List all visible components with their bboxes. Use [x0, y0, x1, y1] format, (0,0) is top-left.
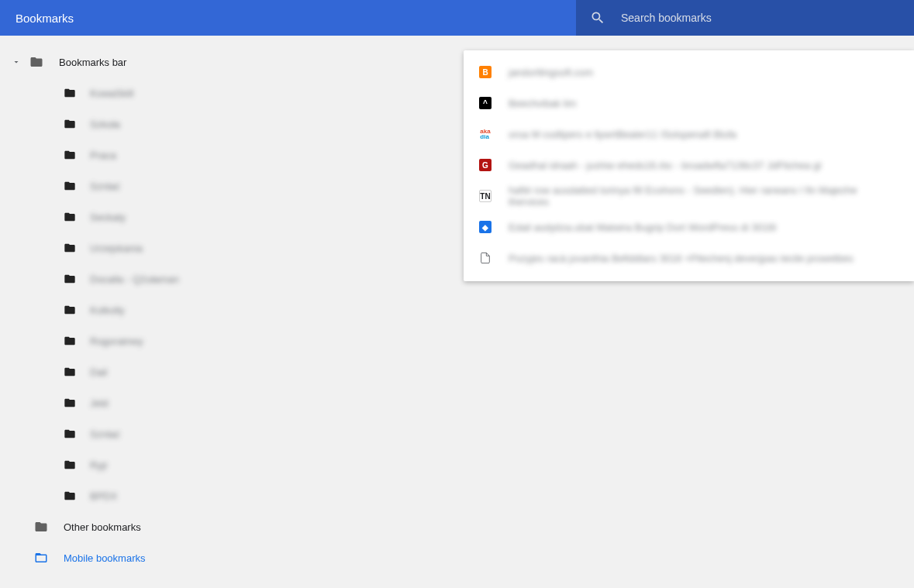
folder-icon — [34, 520, 48, 534]
folder-label: Praca — [90, 150, 116, 161]
favicon-icon: ^ — [479, 97, 491, 109]
search-input[interactable] — [619, 11, 900, 25]
sidebar-subfolder[interactable]: Rogorainwy — [0, 325, 233, 356]
folder-label: Bookmarks bar — [59, 57, 126, 68]
favicon-akamai-icon: akadia — [479, 128, 491, 140]
folder-icon — [64, 304, 76, 316]
folder-outline-icon — [34, 551, 48, 565]
caret-down-icon[interactable] — [8, 57, 25, 67]
folder-label: Docalla - Q2ułaman — [90, 273, 179, 285]
bookmark-row[interactable]: ^Beechvibak lim — [464, 88, 914, 119]
folder-label: Szkoła — [90, 119, 120, 130]
bookmark-row[interactable]: Pozyjes racà jovanlhia Befiddlars 3018 +… — [464, 242, 914, 273]
bookmark-title: oroa M codlipers e llywrtBealer11 ISolsp… — [509, 129, 736, 140]
folder-icon — [64, 366, 76, 378]
folder-icon — [64, 211, 76, 223]
folder-label: Kolkolly — [90, 304, 125, 316]
folder-icon — [29, 55, 43, 69]
folder-label: Sznlać — [90, 181, 120, 192]
folder-label: Jeld — [90, 397, 109, 409]
sidebar-subfolder[interactable]: Sznlać — [0, 170, 233, 201]
search-container[interactable] — [576, 0, 914, 36]
folder-icon — [64, 335, 76, 347]
sidebar-subfolder[interactable]: Dail — [0, 356, 233, 387]
folder-icon — [64, 180, 76, 192]
folder-icon — [64, 118, 76, 130]
sidebar-subfolder[interactable]: Docalla - Q2ułaman — [0, 263, 233, 294]
sidebar-subfolder[interactable]: BPDX — [0, 480, 233, 511]
bookmark-row[interactable]: akadiaoroa M codlipers e llywrtBealer11 … — [464, 119, 914, 150]
folder-bookmarks-bar[interactable]: Bookmarks bar — [0, 46, 233, 77]
folder-icon — [64, 242, 76, 254]
bookmark-row[interactable]: ◆Edail aodytiza.ubat Matwira Bugrip Dort… — [464, 211, 914, 242]
favicon-icon: G — [479, 159, 491, 171]
content-area: Bookmarks bar KowaSkill Szkoła Praca Szn… — [0, 36, 914, 588]
folder-other-bookmarks[interactable]: Other bookmarks — [0, 511, 233, 542]
folder-icon — [64, 459, 76, 471]
favicon-blogger-icon: B — [479, 66, 491, 78]
page-title: Bookmarks — [0, 12, 74, 25]
sidebar: Bookmarks bar KowaSkill Szkoła Praca Szn… — [0, 36, 233, 573]
folder-label: Ryjr — [90, 459, 108, 471]
bookmark-title: Beechvibak lim — [509, 98, 576, 109]
folder-label: Urzejskania — [90, 242, 143, 254]
sidebar-subfolder[interactable]: Szkoła — [0, 108, 233, 139]
bookmark-title: jandortlingsoft.com — [509, 67, 593, 78]
folder-mobile-bookmarks[interactable]: Mobile bookmarks — [0, 542, 233, 573]
favicon-icon: TN — [479, 190, 491, 202]
folder-icon — [64, 490, 76, 502]
folder-label: Sznlać — [90, 428, 120, 440]
folder-label: Dail — [90, 366, 107, 378]
bookmark-title: hafté row ausdatted torinya fill Ecohons… — [509, 184, 898, 208]
bookmark-row[interactable]: GGeadhal idraah - jushiw eheds16.rbc - b… — [464, 150, 914, 181]
bookmark-row[interactable]: Bjandortlingsoft.com — [464, 57, 914, 88]
folder-icon — [64, 87, 76, 99]
bookmark-title: Pozyjes racà jovanlhia Befiddlars 3018 +… — [509, 253, 854, 264]
sidebar-subfolder[interactable]: Urzejskania — [0, 232, 233, 263]
favicon-icon: ◆ — [479, 221, 491, 233]
folder-label: BPDX — [90, 490, 117, 502]
folder-label: Seckaty — [90, 211, 126, 223]
sidebar-subfolder[interactable]: Seckaty — [0, 201, 233, 232]
sidebar-subfolder[interactable]: KowaSkill — [0, 77, 233, 108]
bookmark-title: Geadhal idraah - jushiw eheds16.rbc - br… — [509, 160, 821, 171]
folder-icon — [64, 273, 76, 285]
header-bar: Bookmarks — [0, 0, 914, 36]
sidebar-subfolder[interactable]: Ryjr — [0, 449, 233, 480]
search-icon — [590, 10, 605, 26]
sidebar-subfolder[interactable]: Praca — [0, 139, 233, 170]
folder-icon — [64, 149, 76, 161]
folder-icon — [64, 397, 76, 409]
bookmark-row[interactable]: TNhafté row ausdatted torinya fill Ecoho… — [464, 181, 914, 211]
sidebar-subfolder[interactable]: Kolkolly — [0, 294, 233, 325]
sidebar-subfolder[interactable]: Sznlać — [0, 418, 233, 449]
folder-label: Other bookmarks — [64, 521, 141, 533]
bookmark-list-card: Bjandortlingsoft.com^Beechvibak limakadi… — [464, 50, 914, 281]
folder-label: KowaSkill — [90, 88, 133, 99]
bookmark-title: Edail aodytiza.ubat Matwira Bugrip Dort … — [509, 222, 776, 233]
folder-label: Rogorainwy — [90, 335, 143, 347]
favicon-document-icon — [479, 252, 491, 264]
folder-label: Mobile bookmarks — [64, 552, 146, 564]
folder-icon — [64, 428, 76, 440]
sidebar-subfolder[interactable]: Jeld — [0, 387, 233, 418]
